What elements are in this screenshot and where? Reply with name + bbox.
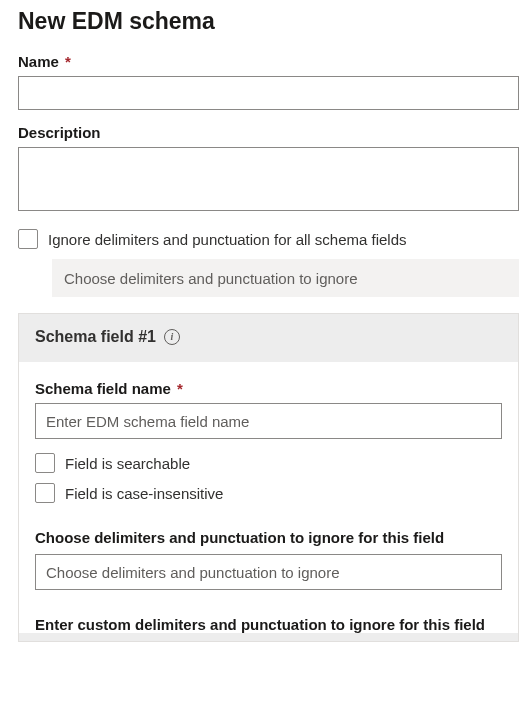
- ignore-all-row: Ignore delimiters and punctuation for al…: [18, 229, 519, 249]
- searchable-label: Field is searchable: [65, 455, 190, 472]
- ignore-all-label: Ignore delimiters and punctuation for al…: [48, 231, 407, 248]
- name-label: Name *: [18, 53, 519, 70]
- name-label-text: Name: [18, 53, 59, 70]
- searchable-row: Field is searchable: [35, 453, 502, 473]
- choose-delim-label: Choose delimiters and punctuation to ign…: [35, 529, 502, 546]
- schema-field-card: Schema field #1 i Schema field name * Fi…: [18, 313, 519, 642]
- name-input[interactable]: [18, 76, 519, 110]
- global-delimiters-placeholder: Choose delimiters and punctuation to ign…: [64, 270, 358, 287]
- description-field-group: Description: [18, 124, 519, 215]
- info-icon[interactable]: i: [164, 329, 180, 345]
- description-input[interactable]: [18, 147, 519, 211]
- ignore-all-checkbox[interactable]: [18, 229, 38, 249]
- schema-field-name-label-text: Schema field name: [35, 380, 171, 397]
- global-delimiters-picker[interactable]: Choose delimiters and punctuation to ign…: [52, 259, 519, 297]
- page-title: New EDM schema: [18, 8, 519, 35]
- custom-delim-label: Enter custom delimiters and punctuation …: [35, 616, 502, 633]
- schema-field-name-required-marker: *: [177, 380, 183, 397]
- case-insensitive-row: Field is case-insensitive: [35, 483, 502, 503]
- name-field-group: Name *: [18, 53, 519, 110]
- name-required-marker: *: [65, 53, 71, 70]
- schema-field-name-label: Schema field name *: [35, 380, 502, 397]
- case-insensitive-checkbox[interactable]: [35, 483, 55, 503]
- case-insensitive-label: Field is case-insensitive: [65, 485, 223, 502]
- searchable-checkbox[interactable]: [35, 453, 55, 473]
- schema-field-body: Schema field name * Field is searchable …: [19, 362, 518, 633]
- choose-delim-input[interactable]: [35, 554, 502, 590]
- description-label: Description: [18, 124, 519, 141]
- schema-field-header: Schema field #1 i: [19, 314, 518, 362]
- schema-field-header-text: Schema field #1: [35, 328, 156, 346]
- schema-field-name-input[interactable]: [35, 403, 502, 439]
